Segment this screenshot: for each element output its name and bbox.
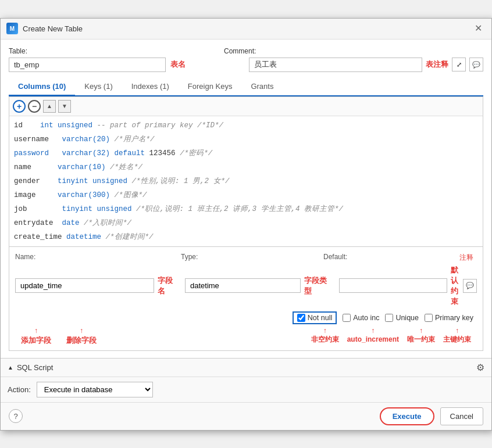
list-item[interactable]: password varchar(32) default 123456 /*密码… bbox=[14, 146, 478, 160]
help-button[interactable]: ? bbox=[9, 409, 23, 423]
collapse-icon: ▲ bbox=[8, 364, 13, 371]
comment-annotation: 表注释 bbox=[426, 59, 448, 70]
columns-area: + − ▲ ▼ id int unsigned -- part of prima… bbox=[9, 96, 483, 351]
sql-title: ▲ SQL Script bbox=[8, 363, 53, 372]
dialog-footer: ? Execute Cancel bbox=[1, 402, 491, 430]
field-editor: Name: Type: Default: 注释 字段名 字段类型 bbox=[9, 246, 483, 350]
dialog-title: Create New Table bbox=[23, 24, 83, 33]
auto-inc-checkbox[interactable] bbox=[343, 314, 351, 322]
field-name-input[interactable] bbox=[15, 278, 154, 293]
tab-foreign-keys[interactable]: Foreign Keys bbox=[179, 78, 242, 96]
unique-label: Unique bbox=[395, 314, 419, 322]
tabs: Columns (10) Keys (1) Indexes (1) Foreig… bbox=[9, 78, 483, 96]
auto-inc-ann-text: auto_increment bbox=[347, 335, 399, 343]
type-label: Type: bbox=[181, 253, 323, 263]
add-field-arrow: ↑ bbox=[21, 327, 51, 335]
sql-section: ▲ SQL Script ⚙ Action: Execute in databa… bbox=[1, 358, 491, 402]
not-null-checkbox[interactable] bbox=[297, 314, 305, 322]
tab-indexes[interactable]: Indexes (1) bbox=[122, 78, 179, 96]
comment-input[interactable] bbox=[249, 58, 422, 72]
unique-arrow: ↑ bbox=[407, 327, 435, 335]
action-select[interactable]: Execute in database Open in SQL Editor S… bbox=[37, 382, 153, 397]
annotation-arrows: ↑ 添加字段 ↑ 删除字段 ↑ 非空约束 bbox=[15, 324, 477, 346]
sql-body: Action: Execute in database Open in SQL … bbox=[1, 377, 491, 402]
comment-wrapper: 表注释 ⤢ 💬 bbox=[249, 58, 483, 72]
default-annotation: 默认约束 bbox=[451, 265, 458, 307]
unique-ann: ↑ 唯一约束 bbox=[407, 327, 435, 345]
columns-list[interactable]: id int unsigned -- part of primary key /… bbox=[9, 116, 483, 246]
table-name-input[interactable] bbox=[9, 58, 166, 72]
default-label: Default: bbox=[323, 253, 457, 263]
primary-key-label: Primary key bbox=[435, 314, 473, 322]
primary-key-arrow: ↑ bbox=[443, 327, 471, 335]
primary-key-checkbox[interactable] bbox=[425, 314, 433, 322]
remove-field-ann: ↑ 删除字段 bbox=[66, 327, 97, 346]
gear-icon[interactable]: ⚙ bbox=[476, 362, 484, 373]
remove-field-arrow: ↑ bbox=[66, 327, 97, 335]
field-comment-button[interactable]: 💬 bbox=[463, 279, 477, 293]
editor-name-wrapper: 字段名 bbox=[15, 275, 180, 296]
cancel-button[interactable]: Cancel bbox=[440, 407, 483, 425]
table-name-wrapper: 表名 bbox=[9, 58, 243, 72]
unique-checkbox-label[interactable]: Unique bbox=[385, 314, 419, 322]
list-item[interactable]: job tinyint unsigned /*职位,说明: 1 班主任,2 讲师… bbox=[14, 202, 478, 216]
default-wrapper: 默认约束 bbox=[339, 265, 458, 307]
name-label: Name: bbox=[15, 253, 181, 263]
add-field-text: 添加字段 bbox=[21, 336, 51, 345]
list-item[interactable]: entrydate date /*入职时间*/ bbox=[14, 216, 478, 230]
list-item[interactable]: create_time datetime /*创建时间*/ bbox=[14, 230, 478, 244]
not-null-ann-text: 非空约束 bbox=[311, 335, 339, 343]
list-item[interactable]: username varchar(20) /*用户名*/ bbox=[14, 132, 478, 146]
move-down-button[interactable]: ▼ bbox=[58, 100, 71, 113]
auto-inc-label: Auto inc bbox=[353, 314, 379, 322]
auto-inc-arrow: ↑ bbox=[347, 327, 399, 335]
footer-buttons: Execute Cancel bbox=[380, 407, 483, 425]
add-field-ann: ↑ 添加字段 bbox=[21, 327, 51, 346]
remove-field-text: 删除字段 bbox=[66, 336, 97, 345]
list-item[interactable]: id int unsigned -- part of primary key /… bbox=[14, 119, 478, 132]
action-row: Action: Execute in database Open in SQL … bbox=[8, 382, 484, 397]
auto-inc-checkbox-label[interactable]: Auto inc bbox=[343, 314, 379, 322]
field-default-input[interactable] bbox=[339, 278, 447, 293]
not-null-label: Not null bbox=[308, 314, 332, 322]
sql-header: ▲ SQL Script ⚙ bbox=[1, 359, 491, 377]
title-bar-left: M Create New Table bbox=[6, 23, 83, 34]
field-type-annotation: 字段类型 bbox=[304, 275, 334, 296]
title-bar: M Create New Table ✕ bbox=[1, 19, 491, 40]
expand-comment-button[interactable]: ⤢ bbox=[452, 58, 466, 71]
sql-section-label: SQL Script bbox=[17, 363, 53, 372]
list-item[interactable]: image varchar(300) /*图像*/ bbox=[14, 188, 478, 202]
not-null-arrow: ↑ bbox=[311, 327, 339, 335]
unique-ann-text: 唯一约束 bbox=[407, 335, 435, 343]
list-item[interactable]: gender tinyint unsigned /*性别,说明: 1 男,2 女… bbox=[14, 174, 478, 188]
editor-inputs: 字段名 字段类型 默认约束 💬 bbox=[15, 265, 477, 307]
app-icon: M bbox=[6, 23, 18, 34]
primary-key-checkbox-label[interactable]: Primary key bbox=[425, 314, 473, 322]
comment-note-button[interactable]: 💬 bbox=[469, 58, 483, 71]
left-ann: ↑ 添加字段 ↑ 删除字段 bbox=[21, 327, 97, 346]
field-type-input[interactable] bbox=[185, 278, 301, 293]
tab-keys[interactable]: Keys (1) bbox=[75, 78, 122, 96]
not-null-ann: ↑ 非空约束 bbox=[311, 327, 339, 345]
add-column-button[interactable]: + bbox=[13, 100, 26, 113]
tab-columns[interactable]: Columns (10) bbox=[9, 78, 75, 96]
top-label-row: Table: Comment: bbox=[9, 46, 483, 55]
unique-checkbox[interactable] bbox=[385, 314, 393, 322]
table-name-annotation: 表名 bbox=[170, 59, 186, 70]
primary-key-ann-text: 主键约束 bbox=[443, 335, 471, 343]
top-fields: 表名 表注释 ⤢ 💬 bbox=[9, 58, 483, 72]
table-label-area: Table: bbox=[9, 46, 224, 55]
columns-toolbar: + − ▲ ▼ bbox=[9, 97, 483, 116]
list-item[interactable]: name varchar(10) /*姓名*/ bbox=[14, 160, 478, 174]
auto-inc-ann: ↑ auto_increment bbox=[347, 327, 399, 345]
remove-column-button[interactable]: − bbox=[28, 100, 41, 113]
tab-grants[interactable]: Grants bbox=[241, 78, 283, 96]
not-null-checkbox-label[interactable]: Not null bbox=[293, 311, 337, 324]
create-table-dialog: M Create New Table ✕ Table: Comment: 表名 … bbox=[0, 18, 492, 431]
type-wrapper: 字段类型 bbox=[185, 275, 334, 296]
move-up-button[interactable]: ▲ bbox=[43, 100, 56, 113]
comment-label: Comment: bbox=[224, 47, 256, 55]
comment-label-area: Comment: bbox=[224, 46, 483, 55]
execute-button[interactable]: Execute bbox=[380, 407, 434, 425]
close-button[interactable]: ✕ bbox=[471, 23, 486, 34]
